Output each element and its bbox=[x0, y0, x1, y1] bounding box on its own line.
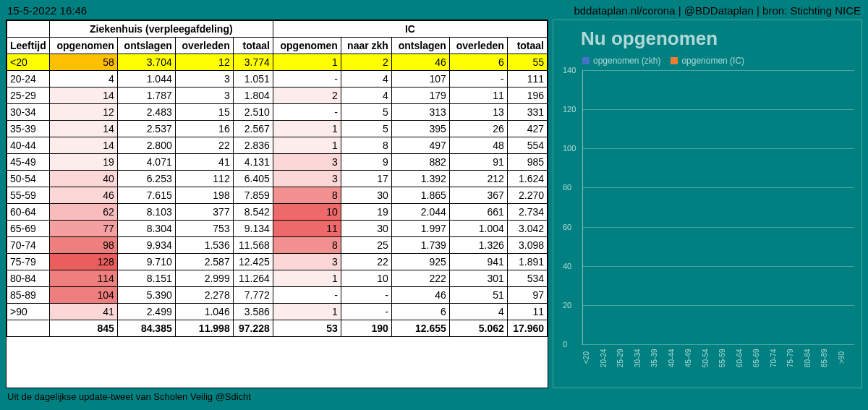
chart-legend: opgenomen (zkh) opgenomen (IC) bbox=[561, 56, 854, 66]
col-ic-overleden: overleden bbox=[449, 38, 507, 54]
y-tick: 20 bbox=[563, 301, 571, 309]
x-label: 50-54 bbox=[702, 345, 719, 374]
group-ic: IC bbox=[273, 21, 547, 38]
table-row: 80-841148.1512.99911.264110222301534 bbox=[7, 270, 548, 287]
col-ic-opgenomen: opgenomen bbox=[273, 38, 341, 54]
y-tick: 100 bbox=[563, 144, 576, 153]
x-label: 45-49 bbox=[684, 345, 702, 374]
x-label: 85-89 bbox=[820, 345, 838, 374]
x-label: 70-74 bbox=[770, 345, 787, 374]
table-row: 65-69778.3047539.13411301.9971.0043.042 bbox=[7, 221, 548, 237]
table-row: 75-791289.7102.58712.4253229259411.891 bbox=[7, 254, 548, 270]
table-row: 40-44142.800222.8361849748554 bbox=[7, 137, 548, 154]
x-label: 65-69 bbox=[752, 345, 770, 374]
col-age: Leeftijd bbox=[7, 38, 50, 54]
table-row: 25-29141.78731.8042417911196 bbox=[7, 87, 548, 104]
y-tick: 140 bbox=[563, 66, 576, 74]
table-row: >90412.4991.0463.5861-6411 bbox=[7, 304, 548, 320]
x-label: 60-64 bbox=[736, 345, 753, 374]
col-ic-naar-zkh: naar zkh bbox=[341, 38, 391, 54]
chart-title: Nu opgenomen bbox=[561, 25, 854, 56]
footer-note: Uit de dagelijkse update-tweet van Schol… bbox=[0, 388, 868, 405]
table-row: 70-74989.9341.53611.5688251.7391.3263.09… bbox=[7, 237, 548, 254]
y-tick: 120 bbox=[563, 105, 576, 114]
table-row: 50-54406.2531126.4053171.3922121.624 bbox=[7, 171, 548, 187]
source-line: bddataplan.nl/corona | @BDDataplan | bro… bbox=[574, 4, 861, 17]
y-tick: 40 bbox=[563, 262, 571, 270]
group-zkh: Ziekenhuis (verpleegafdeling) bbox=[49, 21, 273, 38]
y-tick: 0 bbox=[563, 340, 567, 349]
table-row: 30-34122.483152.510-531313331 bbox=[7, 104, 548, 121]
x-label: 75-79 bbox=[786, 345, 804, 374]
x-label: >90 bbox=[838, 345, 855, 374]
table-row: 35-39142.537162.5671539526427 bbox=[7, 121, 548, 137]
x-label: 30-34 bbox=[634, 345, 651, 374]
col-zkh-opgenomen: opgenomen bbox=[49, 38, 117, 54]
col-zkh-overleden: overleden bbox=[175, 38, 233, 54]
table-row: 55-59467.6151987.8598301.8653672.270 bbox=[7, 187, 548, 204]
table-row: 20-2441.04431.051-4107-111 bbox=[7, 71, 548, 87]
data-table: Ziekenhuis (verpleegafdeling) IC Leeftij… bbox=[6, 20, 548, 388]
x-label: 25-29 bbox=[616, 345, 634, 374]
x-label: 40-44 bbox=[668, 345, 685, 374]
x-label: 20-24 bbox=[600, 345, 617, 374]
header-bar: 15-5-2022 16:46 bddataplan.nl/corona | @… bbox=[0, 0, 868, 20]
table-row: 45-49194.071414.1313988291985 bbox=[7, 154, 548, 171]
col-zkh-ontslagen: ontslagen bbox=[117, 38, 175, 54]
y-tick: 80 bbox=[563, 183, 571, 192]
x-label: <20 bbox=[582, 345, 600, 374]
table-row: <20583.704123.7741246655 bbox=[7, 54, 548, 71]
x-label: 55-59 bbox=[718, 345, 736, 374]
col-ic-totaal: totaal bbox=[507, 38, 547, 54]
legend-zkh: opgenomen (zkh) bbox=[593, 56, 660, 66]
y-tick: 60 bbox=[563, 223, 571, 231]
col-zkh-totaal: totaal bbox=[233, 38, 273, 54]
table-row: 85-891045.3902.2787.772--465197 bbox=[7, 287, 548, 304]
x-label: 80-84 bbox=[804, 345, 821, 374]
legend-ic: opgenomen (IC) bbox=[681, 56, 744, 66]
table-row: 60-64628.1033778.54210192.0446612.734 bbox=[7, 204, 548, 221]
totals-row: 84584.38511.99897.2285319012.6555.06217.… bbox=[7, 320, 548, 337]
col-ic-ontslagen: ontslagen bbox=[391, 38, 449, 54]
chart: Nu opgenomen opgenomen (zkh) opgenomen (… bbox=[553, 20, 862, 388]
x-label: 35-39 bbox=[650, 345, 668, 374]
timestamp: 15-5-2022 16:46 bbox=[7, 4, 87, 17]
chart-plot: 020406080100120140 bbox=[582, 70, 854, 345]
